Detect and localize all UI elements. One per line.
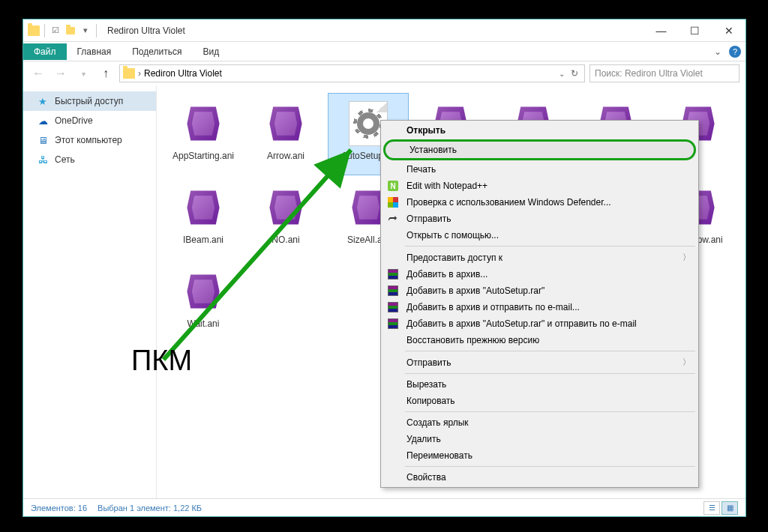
- context-menu: Открыть Установить Печать Edit with Note…: [380, 120, 699, 488]
- file-item[interactable]: Arrow.ani: [245, 93, 326, 175]
- rar-icon: [388, 285, 398, 296]
- sidebar-item-quick-access[interactable]: ★ Быстрый доступ: [23, 91, 156, 111]
- file-item[interactable]: NO.ani: [245, 177, 326, 259]
- qat-dropdown-icon[interactable]: ▾: [80, 25, 92, 37]
- ctx-add-email[interactable]: Добавить в архив и отправить по e-mail..…: [382, 299, 697, 315]
- sidebar-item-network[interactable]: 🖧 Сеть: [23, 150, 156, 169]
- ctx-install[interactable]: Установить: [383, 139, 696, 160]
- submenu-arrow-icon: 〉: [682, 252, 691, 263]
- sidebar-item-label: Сеть: [55, 154, 75, 165]
- ctx-send-to[interactable]: Отправить〉: [382, 354, 697, 371]
- star-icon: ★: [37, 95, 49, 107]
- address-row: ← → ▾ ↑ › Rediron Ultra Violet ⌄ ↻ Поиск…: [23, 61, 746, 85]
- address-bar[interactable]: › Rediron Ultra Violet ⌄ ↻: [119, 64, 585, 82]
- defender-icon: [388, 197, 398, 208]
- sidebar-item-this-pc[interactable]: 🖥 Этот компьютер: [23, 130, 156, 150]
- navigation-pane: ★ Быстрый доступ ☁ OneDrive 🖥 Этот компь…: [23, 85, 157, 498]
- submenu-arrow-icon: 〉: [682, 357, 691, 368]
- annotation-label: ПКМ: [131, 345, 192, 377]
- ctx-cut[interactable]: Вырезать: [382, 376, 697, 393]
- file-label: NO.ani: [272, 235, 299, 245]
- tab-share[interactable]: Поделиться: [122, 43, 192, 60]
- qat-properties-icon[interactable]: ☑: [50, 25, 62, 37]
- ctx-rename[interactable]: Переименовать: [382, 447, 697, 464]
- ctx-give-access[interactable]: Предоставить доступ к〉: [382, 249, 697, 266]
- statusbar: Элементов: 16 Выбран 1 элемент: 1,22 КБ …: [23, 498, 746, 516]
- ctx-edit-notepad[interactable]: Edit with Notepad++: [382, 178, 697, 194]
- sidebar-item-label: Быстрый доступ: [55, 96, 123, 106]
- rar-icon: [388, 302, 398, 312]
- back-button[interactable]: ←: [29, 64, 47, 82]
- separator: [405, 411, 695, 412]
- network-icon: 🖧: [37, 154, 49, 166]
- notepad-icon: [388, 181, 398, 191]
- ctx-copy[interactable]: Копировать: [382, 393, 697, 409]
- ctx-properties[interactable]: Свойства: [382, 469, 697, 486]
- file-label: AppStarting.ani: [172, 151, 234, 161]
- separator: [405, 373, 695, 374]
- sidebar-item-label: Этот компьютер: [55, 135, 122, 145]
- sidebar-item-onedrive[interactable]: ☁ OneDrive: [23, 111, 156, 130]
- folder-icon: [123, 68, 135, 79]
- maximize-button[interactable]: ☐: [678, 19, 712, 42]
- forward-button[interactable]: →: [52, 64, 70, 82]
- ani-file-icon: [182, 184, 224, 232]
- ctx-open[interactable]: Открыть: [382, 122, 697, 139]
- ani-file-icon: [265, 100, 307, 148]
- sidebar-item-label: OneDrive: [55, 115, 93, 126]
- view-icons-button[interactable]: ▦: [722, 501, 738, 515]
- ribbon: Файл Главная Поделиться Вид ⌄ ?: [23, 42, 746, 61]
- ctx-delete[interactable]: Удалить: [382, 431, 697, 447]
- ani-file-icon: [182, 267, 224, 315]
- search-input[interactable]: Поиск: Rediron Ultra Violet: [590, 64, 740, 82]
- ani-file-icon: [182, 100, 224, 148]
- share-icon: ⮫: [387, 213, 399, 225]
- divider: [44, 24, 45, 37]
- quick-access-toolbar: ☑ ▾: [23, 24, 103, 37]
- separator: [405, 246, 695, 247]
- file-label: IBeam.ani: [183, 235, 224, 245]
- file-item[interactable]: IBeam.ani: [163, 177, 244, 259]
- search-placeholder: Поиск: Rediron Ultra Violet: [595, 68, 703, 79]
- status-item-count: Элементов: 16: [31, 504, 87, 513]
- rar-icon: [388, 269, 398, 279]
- help-icon[interactable]: ?: [729, 46, 741, 58]
- qat-new-folder-icon[interactable]: [64, 25, 76, 37]
- view-details-button[interactable]: ☰: [704, 501, 720, 515]
- rar-icon: [388, 318, 398, 329]
- breadcrumb[interactable]: Rediron Ultra Violet: [144, 68, 222, 79]
- recent-dropdown[interactable]: ▾: [74, 64, 92, 82]
- file-label: Wait.ani: [188, 318, 220, 329]
- window-title: Rediron Ultra Violet: [107, 25, 185, 36]
- ctx-add-rar[interactable]: Добавить в архив "AutoSetup.rar": [382, 282, 697, 299]
- minimize-button[interactable]: —: [644, 19, 678, 42]
- tab-file[interactable]: Файл: [23, 43, 67, 60]
- cloud-icon: ☁: [37, 115, 49, 127]
- breadcrumb-chevron[interactable]: ›: [138, 68, 141, 79]
- file-item[interactable]: AppStarting.ani: [163, 93, 244, 175]
- tab-home[interactable]: Главная: [67, 43, 122, 60]
- file-item[interactable]: Wait.ani: [163, 261, 244, 343]
- refresh-button[interactable]: ↻: [568, 68, 581, 79]
- ctx-add-archive[interactable]: Добавить в архив...: [382, 266, 697, 282]
- file-label: Arrow.ani: [267, 151, 304, 161]
- ctx-restore[interactable]: Восстановить прежнюю версию: [382, 332, 697, 348]
- close-button[interactable]: ✕: [712, 19, 746, 42]
- tab-view[interactable]: Вид: [192, 43, 230, 60]
- status-selection: Выбран 1 элемент: 1,22 КБ: [98, 504, 202, 513]
- window-controls: — ☐ ✕: [644, 19, 746, 42]
- ctx-print[interactable]: Печать: [382, 161, 697, 178]
- ani-file-icon: [265, 184, 307, 232]
- ctx-shortcut[interactable]: Создать ярлык: [382, 414, 697, 431]
- address-dropdown-icon[interactable]: ⌄: [559, 70, 565, 78]
- separator: [405, 466, 695, 467]
- pc-icon: 🖥: [37, 134, 49, 146]
- folder-icon: [28, 25, 40, 36]
- ribbon-expand-icon[interactable]: ⌄: [714, 46, 722, 57]
- up-button[interactable]: ↑: [97, 64, 115, 82]
- ctx-defender[interactable]: Проверка с использованием Windows Defend…: [382, 194, 697, 211]
- ctx-open-with[interactable]: Открыть с помощью...: [382, 227, 697, 244]
- ctx-share[interactable]: ⮫Отправить: [382, 211, 697, 227]
- separator: [405, 351, 695, 351]
- ctx-add-rar-email[interactable]: Добавить в архив "AutoSetup.rar" и отпра…: [382, 315, 697, 332]
